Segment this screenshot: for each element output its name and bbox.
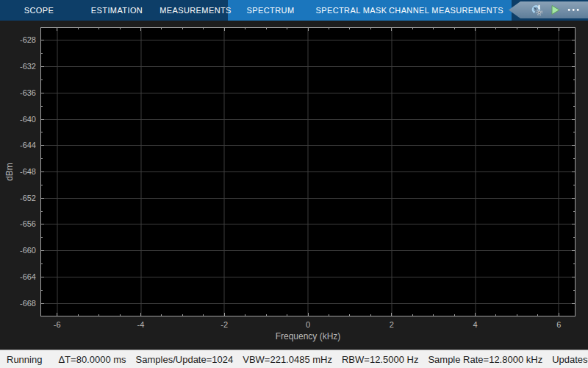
svg-text:-652: -652	[20, 194, 36, 202]
svg-text:-640: -640	[20, 115, 36, 124]
spectrum-analyzer-window: SCOPE ESTIMATION MEASUREMENTS SPECTRUM S…	[0, 0, 588, 368]
tab-scope[interactable]: SCOPE	[24, 0, 54, 21]
status-rbw: RBW=12.5000 Hz	[342, 354, 418, 365]
tab-estimation[interactable]: ESTIMATION	[91, 0, 143, 21]
spectrum-plot[interactable]: -668-664-660-656-652-648-644-640-636-632…	[0, 21, 588, 350]
status-updates: Updates=1250	[552, 354, 588, 365]
more-options-icon[interactable]	[567, 8, 580, 12]
tab-channel-measurements[interactable]: CHANNEL MEASUREMENTS	[389, 0, 503, 21]
y-axis-label: dBm	[4, 163, 15, 181]
svg-text:0: 0	[306, 320, 310, 329]
status-samples: Samples/Update=1024	[136, 354, 234, 365]
svg-text:-628: -628	[20, 35, 36, 44]
svg-text:-2: -2	[220, 320, 228, 329]
status-vbw: VBW=221.0485 mHz	[243, 354, 332, 365]
svg-text:4: 4	[473, 320, 477, 329]
svg-text:-6: -6	[54, 320, 61, 329]
status-delta-t: ΔT=80.0000 ms	[58, 354, 126, 365]
svg-text:-4: -4	[137, 320, 145, 329]
y-axis-tick-labels: -668-664-660-656-652-648-644-640-636-632…	[20, 35, 36, 307]
svg-text:-668: -668	[20, 299, 36, 308]
svg-text:-664: -664	[20, 272, 36, 281]
svg-text:-636: -636	[20, 88, 36, 97]
svg-text:2: 2	[390, 320, 394, 329]
tab-measurements[interactable]: MEASUREMENTS	[159, 0, 232, 21]
svg-text:-644: -644	[20, 141, 36, 149]
x-axis-tick-labels: -6-4-20246	[54, 320, 561, 329]
run-icon[interactable]	[550, 4, 561, 15]
simulation-state: Running	[7, 354, 42, 365]
performance-gauge-icon[interactable]	[531, 4, 543, 16]
svg-text:-632: -632	[20, 62, 36, 71]
svg-text:-648: -648	[20, 167, 36, 176]
tab-spectrum[interactable]: SPECTRUM	[247, 0, 295, 21]
svg-text:-660: -660	[20, 246, 36, 255]
tab-spectral-mask[interactable]: SPECTRAL MASK	[315, 0, 387, 21]
svg-text:6: 6	[556, 320, 561, 329]
quick-controls-banner	[509, 1, 588, 18]
x-axis-label: Frequency (kHz)	[276, 331, 341, 342]
status-bar: Running ΔT=80.0000 ms Samples/Update=102…	[0, 350, 588, 368]
toolstrip: SCOPE ESTIMATION MEASUREMENTS SPECTRUM S…	[0, 0, 588, 21]
scope-display-area: -668-664-660-656-652-648-644-640-636-632…	[0, 21, 588, 350]
status-sample-rate: Sample Rate=12.8000 kHz	[428, 354, 542, 365]
svg-text:-656: -656	[20, 219, 36, 228]
